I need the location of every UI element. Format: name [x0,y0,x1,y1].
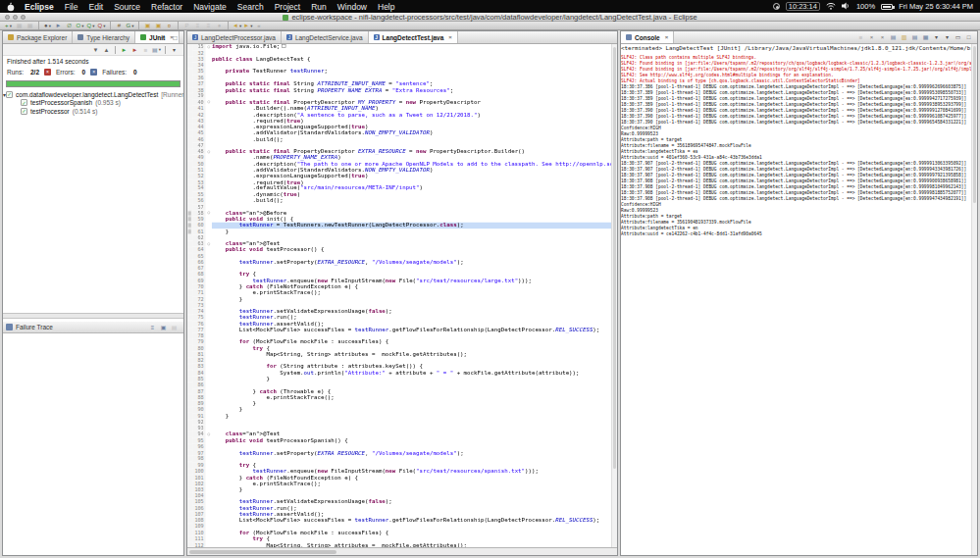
back-button-dropdown[interactable]: ▾ [239,24,241,28]
editor-horizontal-scrollbar[interactable] [187,547,617,555]
rerun-failed-first-button[interactable]: ► [130,46,139,54]
test-name: testProcessorSpanish [30,99,92,106]
debug-config-button-dropdown[interactable]: ▾ [49,24,51,28]
debug-config-button[interactable]: ●▾ [43,22,52,29]
test-run-history-button[interactable]: ▤▾ [152,46,161,54]
console-vertical-scrollbar[interactable] [971,44,977,555]
remove-all-launches-button[interactable]: × [878,33,887,41]
menu-help[interactable]: Help [378,2,394,12]
select-tool-button[interactable]: ► [54,22,63,29]
scroll-lock-button[interactable]: ▥ [900,33,908,41]
breakpoint-button[interactable]: ● [215,22,224,29]
new-java-project-button[interactable]: # [115,22,124,29]
menu-edit[interactable]: Edit [88,2,103,12]
rerun-test-button[interactable]: ► [120,46,129,54]
filter-stack-trace-button[interactable]: ≡ [148,324,157,331]
test-ok-icon: ✓ [21,99,27,106]
debug-button[interactable]: O▾ [76,22,84,29]
skip-breakpoints-button[interactable]: Ø [65,22,74,29]
external-tools-button-dropdown[interactable]: ▾ [103,24,105,28]
apple-menu-icon[interactable] [7,2,15,12]
menu-bar-clock[interactable]: Fri May 25 6:30:44 PM [899,2,973,11]
run-button[interactable]: Q▾ [86,22,95,29]
code-lines: 15○import java.io.File;3233public class … [187,44,617,547]
tab-package-explorer[interactable]: Package Explorer [3,31,73,43]
external-tools-button[interactable]: Q▾ [97,22,106,29]
menu-refactor[interactable]: Refactor [151,2,182,12]
forward-button[interactable]: ►▾ [243,22,252,29]
previous-failed-test-button-glyph: ▲ [104,46,110,54]
minimize-view-button[interactable]: ▭ [158,34,167,42]
menu-window[interactable]: Window [337,2,367,12]
back-button[interactable]: ◄▾ [232,22,241,29]
editor-tab-langdetectprocessor-java[interactable]: JLangDetectProcessor.java [187,31,282,43]
open-resource-button[interactable]: ▣ [154,22,163,29]
menu-search[interactable]: Search [237,2,264,12]
macos-menu-bar: EclipseFileEditSourceRefactorNavigateSea… [0,0,980,13]
menu-source[interactable]: Source [114,2,140,12]
display-console-button[interactable]: ▾ [932,33,941,41]
menu-file[interactable]: File [65,2,78,12]
open-task-button-glyph: ▣ [145,22,151,29]
view-tab-label: Package Explorer [17,34,67,41]
compare-result-button[interactable]: ▣ [159,324,168,331]
minimize-view-button[interactable]: ▭ [954,33,962,41]
annotations-button-glyph: ≡ [196,22,200,29]
terminate-button[interactable]: ■ [856,33,865,41]
recording-icon[interactable] [773,3,780,10]
save-button[interactable]: ▦ [15,22,24,29]
coverage-button[interactable]: ≡ [204,22,213,29]
collapsed-code-icon[interactable] [282,44,285,48]
close-editor-tab-icon[interactable]: × [448,34,452,40]
junit-test-row[interactable]: ✓testProcessor(0.514 s) [3,107,183,116]
battery-icon[interactable] [881,4,893,10]
code-editor[interactable]: 15○import java.io.File;3233public class … [187,44,617,547]
console-output[interactable]: SLF4J: Class path contains multiple SLF4… [621,54,971,555]
junit-suite-row[interactable]: ▾✓com.dataflowdeveloper.langdetect.LangD… [3,90,183,99]
menu-run[interactable]: Run [311,2,327,12]
menu-navigate[interactable]: Navigate [193,2,227,12]
open-console-button[interactable]: ▾ [943,33,952,41]
previous-failed-test-button[interactable]: ▲ [102,46,111,54]
word-wrap-button[interactable]: ▤ [910,33,919,41]
pin-console-button[interactable]: ▦ [921,33,930,41]
editor-tab-langdetectservice-java[interactable]: JLangDetectService.java [282,31,369,43]
junit-test-row[interactable]: ✓testProcessorSpanish(0.953 s) [3,99,183,108]
new-wizard-button-dropdown[interactable]: ▾ [10,24,12,28]
junit-test-tree[interactable]: ▾✓com.dataflowdeveloper.langdetect.LangD… [3,90,183,313]
search-button[interactable]: ¤ [165,22,174,29]
run-button-dropdown[interactable]: ▾ [92,24,94,28]
last-edit-location-button[interactable]: « [254,22,263,29]
annotations-button[interactable]: ≡ [193,22,202,29]
clear-console-button[interactable]: ▤ [889,33,898,41]
forward-button-dropdown[interactable]: ▾ [250,24,252,28]
stop-junit-button[interactable]: ■ [141,46,150,54]
save-all-button[interactable]: ▦ [26,22,34,29]
failure-trace-body[interactable] [3,333,183,555]
debug-button-dropdown[interactable]: ▾ [81,24,83,28]
menu-project[interactable]: Project [275,2,300,12]
next-failed-test-button[interactable]: ▼ [91,46,100,54]
suite-name: com.dataflowdeveloper.langdetect.LangDet… [16,91,158,98]
junit-tree-scrollbar[interactable] [3,313,183,319]
menu-eclipse[interactable]: Eclipse [25,2,54,12]
test-run-history-button-dropdown[interactable]: ▾ [159,47,161,52]
tab-console[interactable]: Console × [621,31,674,43]
new-class-button-dropdown[interactable]: ▾ [131,24,133,28]
remove-launch-button[interactable]: × [867,33,876,41]
copy-trace-button[interactable]: ▤ [170,324,179,331]
maximize-view-button[interactable]: □ [964,33,973,41]
main-toolbar: +▾▦▦●▾►ØO▾Q▾Q▾#G▾▣▣¤P≡≡●◄▾►▾« [0,22,980,30]
junit-view-menu-button[interactable]: ▾ [170,46,179,54]
maximize-view-button[interactable]: □ [171,34,180,42]
mark-occurrences-button[interactable]: P [182,22,191,29]
close-console-tab-icon[interactable]: × [665,34,669,40]
new-wizard-button[interactable]: +▾ [4,22,13,29]
wifi-icon[interactable] [826,2,836,12]
open-task-button[interactable]: ▣ [143,22,152,29]
new-class-button[interactable]: G▾ [126,22,134,29]
editor-vertical-scrollbar[interactable] [611,44,617,547]
volume-icon[interactable] [842,2,851,12]
editor-tab-langdetecttest-java[interactable]: JLangDetectTest.java× [369,31,458,43]
tab-type-hierarchy[interactable]: Type Hierarchy [73,31,135,43]
